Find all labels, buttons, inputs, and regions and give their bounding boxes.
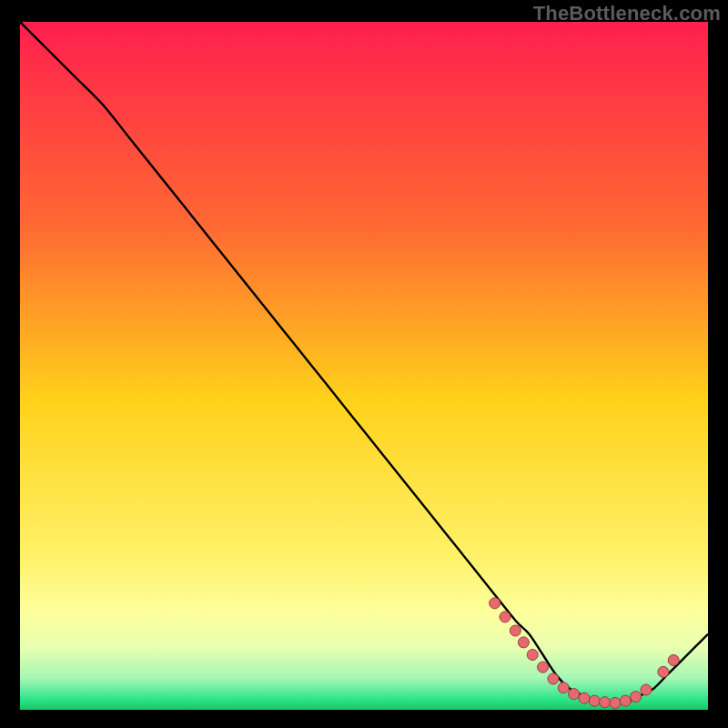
data-marker	[620, 695, 631, 706]
data-marker	[589, 695, 600, 706]
data-marker	[641, 684, 652, 695]
plot-area	[20, 22, 708, 710]
data-marker	[510, 625, 521, 636]
chart-frame: TheBottleneck.com	[0, 0, 728, 728]
chart-svg	[20, 22, 708, 710]
data-marker	[631, 692, 642, 703]
data-marker	[668, 655, 679, 666]
data-marker	[527, 650, 538, 661]
data-marker	[518, 637, 529, 648]
data-marker	[569, 689, 580, 700]
data-marker	[558, 682, 569, 693]
data-marker	[600, 697, 611, 708]
data-marker	[500, 612, 511, 622]
gradient-background	[20, 22, 708, 710]
data-marker	[610, 697, 621, 708]
data-marker	[490, 598, 500, 609]
data-marker	[658, 666, 669, 677]
data-marker	[579, 693, 590, 703]
data-marker	[548, 673, 559, 684]
data-marker	[538, 662, 549, 672]
